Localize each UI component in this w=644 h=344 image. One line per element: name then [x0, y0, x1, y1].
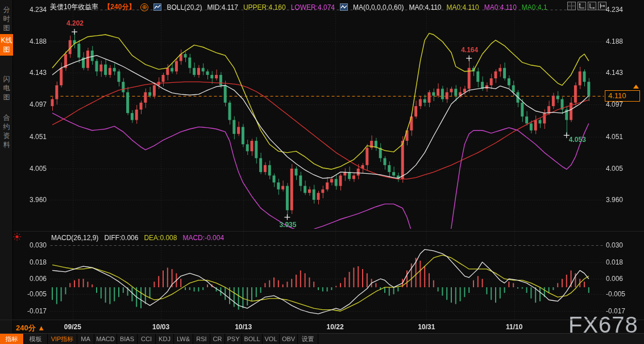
ma-chart-icon[interactable] — [340, 3, 348, 11]
ma-value-0: MA0:4.110 — [409, 3, 441, 11]
chart-canvas[interactable] — [0, 0, 644, 344]
symbol-title: 美债10年收益率 — [50, 2, 98, 12]
toolbar-button-template[interactable]: 模板 — [24, 334, 48, 344]
period-label: 【240分】 — [103, 2, 135, 12]
main-y-tick-left: 4.051 — [17, 133, 47, 141]
price-annotation-4.164: 4.164 — [461, 46, 478, 54]
macd-label: MACD(26,12,9) — [51, 234, 98, 242]
bottom-toolbar: 指标模板VIP指标MAMACDBIASCCIKDJLW&RSICRPSYBOLL… — [0, 333, 644, 344]
macd-y-tick-right: 0.006 — [606, 275, 623, 283]
toolbar-button-lwr[interactable]: LW& — [174, 334, 193, 344]
main-y-tick-left: 4.097 — [17, 100, 47, 108]
main-y-tick-right: 4.143 — [606, 69, 623, 77]
chart-tools-group — [567, 2, 606, 10]
main-y-tick-right: 4.188 — [606, 37, 623, 45]
price-direction-arrow-icon — [633, 85, 639, 89]
boll-chart-icon[interactable] — [153, 3, 161, 11]
ma-values-group: MA0:4.110MA0:4.110MA0:4.110MA0:4.1 — [409, 3, 547, 11]
toolbar-button-ma[interactable]: MA — [77, 334, 94, 344]
toolbar-button-cr[interactable]: CR — [210, 334, 225, 344]
boll-lower-value: LOWER:4.074 — [291, 3, 335, 11]
macd-y-tick-left: -0.017 — [17, 307, 47, 315]
ma-label: MA(0,0,0,0,0,60) — [353, 3, 404, 11]
pan-crosshair-icon[interactable] — [567, 2, 576, 10]
indicator-header-bar: 美债10年收益率 【240分】 ⊕ BOLL(20,2) MID:4.117 U… — [50, 2, 547, 12]
price-annotation-4.053: 4.053 — [569, 136, 586, 144]
sidebar-item-flash-chart[interactable]: 闪电图 — [0, 73, 13, 103]
toolbar-button-bias[interactable]: BIAS — [117, 334, 138, 344]
x-axis-date-label: 10/31 — [418, 323, 435, 331]
sidebar-item-kline-chart[interactable]: K线图 — [0, 34, 13, 56]
macd-header: MACD(26,12,9) DIFF:0.006 DEA:0.008 MACD:… — [51, 234, 224, 242]
x-axis-date-label: 10/13 — [235, 323, 252, 331]
macd-y-tick-left: 0.006 — [17, 275, 47, 283]
sidebar-item-time-chart[interactable]: 分时图 — [0, 3, 13, 34]
x-axis-date-label: 09/25 — [64, 323, 81, 331]
period-tag[interactable]: 240分 ▲ — [16, 323, 45, 333]
macd-y-tick-left: -0.005 — [17, 290, 47, 298]
main-y-tick-right: 4.051 — [606, 133, 623, 141]
macd-y-tick-right: -0.005 — [606, 290, 625, 298]
zoom-plus-icon[interactable]: ⊕ — [140, 3, 148, 11]
main-y-tick-left: 4.188 — [17, 37, 47, 45]
toolbar-button-settings[interactable]: 设置 — [298, 334, 318, 344]
boll-mid-value: MID:4.117 — [207, 3, 238, 11]
toolbar-button-rsi[interactable]: RSI — [193, 334, 210, 344]
price-annotation-4.202: 4.202 — [67, 19, 84, 27]
toolbar-button-psy[interactable]: PSY — [225, 334, 242, 344]
boll-upper-value: UPPER:4.160 — [243, 3, 286, 11]
sidebar-item-contract-info[interactable]: 合约资料 — [0, 111, 13, 151]
toolbar-button-obv[interactable]: OBV — [280, 334, 298, 344]
ma-value-2: MA0:4.110 — [484, 3, 517, 11]
main-y-tick-left: 4.005 — [17, 165, 47, 173]
x-axis-date-label: 11/10 — [506, 323, 522, 331]
left-sidebar: 分时图K线图闪电图合约资料 — [0, 0, 13, 344]
ma-value-1: MA0:4.110 — [447, 3, 479, 11]
go-to-latest-icon[interactable] — [598, 2, 606, 10]
toolbar-button-boll[interactable]: BOLL — [242, 334, 263, 344]
price-annotation-3.935: 3.935 — [279, 221, 296, 229]
main-y-tick-right: 4.234 — [606, 6, 623, 14]
macd-y-tick-right: 0.018 — [606, 258, 623, 266]
main-y-tick-left: 4.234 — [17, 6, 47, 14]
macd-y-tick-right: 0.030 — [606, 241, 623, 249]
y-axis-scale-icon[interactable] — [577, 2, 586, 10]
macd-y-tick-left: 0.030 — [17, 241, 47, 249]
current-price-badge: 4.110 — [605, 90, 640, 102]
x-axis-scale-icon[interactable] — [588, 2, 596, 10]
toolbar-button-indicator[interactable]: 指标 — [0, 334, 24, 344]
macd-y-tick-left: 0.018 — [17, 258, 47, 266]
macd-dea-value: DEA:0.008 — [144, 234, 177, 242]
macd-value: MACD:-0.004 — [182, 234, 224, 242]
toolbar-button-vol[interactable]: VOL — [263, 334, 280, 344]
main-y-tick-left: 3.960 — [17, 196, 47, 204]
toolbar-button-kdj[interactable]: KDJ — [156, 334, 174, 344]
macd-diff-value: DIFF:0.006 — [104, 234, 138, 242]
toolbar-button-cci[interactable]: CCI — [138, 334, 156, 344]
chart-application-window: 美债10年收益率 【240分】 ⊕ BOLL(20,2) MID:4.117 U… — [0, 0, 644, 344]
x-axis-date-label: 10/22 — [327, 323, 344, 331]
main-y-tick-right: 4.097 — [606, 100, 623, 108]
boll-label: BOLL(20,2) — [167, 3, 202, 11]
toolbar-button-vip-indicator[interactable]: VIP指标 — [48, 334, 77, 344]
main-y-tick-right: 3.960 — [606, 196, 623, 204]
macd-y-tick-right: -0.017 — [606, 307, 625, 315]
main-y-tick-left: 4.143 — [17, 69, 47, 77]
x-axis-date-label: 10/03 — [152, 323, 169, 331]
ma-value-3: MA0:4.1 — [522, 3, 547, 11]
date-axis-row: 240分 ▲ 09/2510/0310/1310/2210/3111/10 — [0, 320, 644, 333]
main-y-tick-right: 4.005 — [606, 165, 623, 173]
toolbar-button-macd[interactable]: MACD — [94, 334, 117, 344]
